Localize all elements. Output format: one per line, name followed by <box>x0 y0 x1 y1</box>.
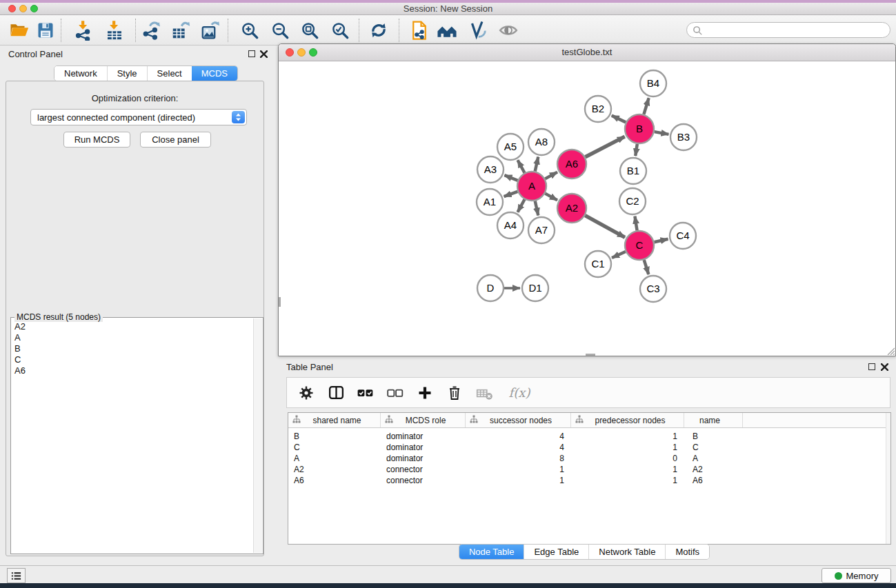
graph-node-A1[interactable]: A1 <box>477 189 503 215</box>
table-row[interactable]: Cdominator41C <box>288 442 890 453</box>
network-titlebar[interactable]: testGlobe.txt <box>279 44 895 61</box>
canvas-vscroll[interactable] <box>279 297 281 307</box>
graph-node-D1[interactable]: D1 <box>522 275 548 301</box>
first-neighbors-icon[interactable] <box>436 19 458 41</box>
mcds-result-item[interactable]: B <box>14 343 252 354</box>
column-header-successor-nodes[interactable]: successor nodes <box>466 413 571 427</box>
graph-node-B3[interactable]: B3 <box>670 124 697 150</box>
graph-node-B1[interactable]: B1 <box>620 158 646 184</box>
app-titlebar[interactable]: Session: New Session <box>0 3 896 15</box>
graph-edge-A-A2[interactable] <box>545 194 557 201</box>
tab-mcds[interactable]: MCDS <box>192 66 237 81</box>
graph-node-D[interactable]: D <box>477 275 504 301</box>
zoom-out-icon[interactable] <box>269 19 291 41</box>
column-header-MCDS-role[interactable]: MCDS role <box>381 413 466 427</box>
float-table-panel-icon[interactable] <box>868 363 875 370</box>
graph-node-A6[interactable]: A6 <box>557 150 586 179</box>
canvas-hscroll[interactable] <box>586 354 595 356</box>
graph-edge-B-B3[interactable] <box>655 132 669 134</box>
graph-node-A3[interactable]: A3 <box>477 156 504 183</box>
graph-node-A5[interactable]: A5 <box>497 134 524 160</box>
graph-edge-C-C3[interactable] <box>644 260 649 274</box>
mcds-result-item[interactable]: A6 <box>14 365 252 376</box>
graph-node-C1[interactable]: C1 <box>585 251 611 277</box>
select-all-icon[interactable] <box>356 383 375 403</box>
table-row[interactable]: A6connector11A6 <box>288 475 890 486</box>
graph-node-C3[interactable]: C3 <box>640 276 666 302</box>
table-row[interactable]: Adominator80A <box>288 453 890 464</box>
mcds-result-item[interactable]: A2 <box>14 321 252 332</box>
graph-edge-A-A6[interactable] <box>545 172 557 179</box>
graph-edge-A-A7[interactable] <box>535 201 539 216</box>
open-session-icon[interactable] <box>8 19 30 41</box>
zoom-in-icon[interactable] <box>239 19 261 41</box>
table-row[interactable]: A2connector11A2 <box>288 464 890 475</box>
float-panel-icon[interactable] <box>248 50 255 57</box>
tab-select[interactable]: Select <box>147 66 192 81</box>
graph-node-C[interactable]: C <box>625 231 654 260</box>
graph-edge-C-C1[interactable] <box>612 252 626 258</box>
import-network-icon[interactable] <box>72 19 94 41</box>
graph-node-B2[interactable]: B2 <box>585 96 611 122</box>
graph-node-A2[interactable]: A2 <box>557 194 586 223</box>
mcds-result-item[interactable]: A <box>14 332 252 343</box>
delete-column-icon[interactable] <box>445 383 464 403</box>
export-network-icon[interactable] <box>141 19 163 41</box>
criterion-select[interactable]: largest connected component (directed) <box>30 109 247 125</box>
graph-node-A8[interactable]: A8 <box>528 129 555 155</box>
zoom-selected-icon[interactable] <box>329 19 351 41</box>
graph-node-B[interactable]: B <box>625 114 654 143</box>
mcds-result-item[interactable]: C <box>14 354 252 365</box>
close-panel-icon[interactable] <box>260 50 268 58</box>
deselect-all-icon[interactable] <box>386 383 405 403</box>
graph-node-C2[interactable]: C2 <box>619 188 646 214</box>
search-input[interactable] <box>705 23 884 37</box>
tab-node-table[interactable]: Node Table <box>459 545 524 559</box>
new-network-icon[interactable] <box>408 19 430 41</box>
import-table-icon[interactable] <box>103 19 126 41</box>
column-header-predecessor-nodes[interactable]: predecessor nodes <box>571 413 684 427</box>
show-hide-icon[interactable] <box>497 19 519 41</box>
graph-node-A4[interactable]: A4 <box>497 212 524 239</box>
graph-edge-B-B2[interactable] <box>612 116 626 123</box>
save-session-icon[interactable] <box>34 19 57 41</box>
close-panel-button[interactable]: Close panel <box>140 132 211 148</box>
mcds-result-scrollbar[interactable] <box>253 318 262 553</box>
show-columns-icon[interactable] <box>326 383 346 403</box>
tab-style[interactable]: Style <box>107 66 147 81</box>
graph-edge-A-A8[interactable] <box>535 157 539 172</box>
task-history-button[interactable] <box>7 568 26 583</box>
network-graph[interactable]: B4B2BB3A8A5A6A3B1AA1C2A2A4A7C4CC1DD1C3 <box>279 61 895 356</box>
graph-node-A7[interactable]: A7 <box>528 217 555 243</box>
table-header-row[interactable]: shared nameMCDS rolesuccessor nodesprede… <box>288 413 890 428</box>
export-table-icon[interactable] <box>170 19 192 41</box>
tab-network-table[interactable]: Network Table <box>588 545 665 559</box>
graph-edge-A-A5[interactable] <box>518 160 525 172</box>
graph-edge-A6-B[interactable] <box>586 136 625 157</box>
graph-edge-C-C2[interactable] <box>635 216 637 231</box>
add-column-icon[interactable] <box>415 383 435 403</box>
graph-edge-A-A3[interactable] <box>504 175 517 181</box>
graph-edge-A-A4[interactable] <box>518 199 525 212</box>
graph-edge-B-B1[interactable] <box>635 144 637 156</box>
memory-button[interactable]: Memory <box>822 568 891 583</box>
zoom-fit-icon[interactable] <box>299 19 321 41</box>
graph-edge-C-C4[interactable] <box>655 239 668 242</box>
tab-network[interactable]: Network <box>54 66 107 81</box>
style-icon[interactable] <box>466 19 488 41</box>
graph-node-B4[interactable]: B4 <box>640 70 666 97</box>
column-header-shared-name[interactable]: shared name <box>288 413 381 427</box>
settings-gear-icon[interactable] <box>297 383 316 403</box>
graph-edge-A-A1[interactable] <box>504 192 518 196</box>
tab-edge-table[interactable]: Edge Table <box>524 545 588 559</box>
network-canvas[interactable]: B4B2BB3A8A5A6A3B1AA1C2A2A4A7C4CC1DD1C3 <box>279 61 895 356</box>
graph-node-C4[interactable]: C4 <box>670 223 696 249</box>
graph-edge-A2-C[interactable] <box>585 216 625 238</box>
close-table-panel-icon[interactable] <box>881 363 888 371</box>
resize-grip-icon[interactable] <box>886 346 895 355</box>
export-image-icon[interactable] <box>199 19 221 41</box>
refresh-icon[interactable] <box>368 19 390 41</box>
table-scrollbar[interactable] <box>886 413 890 544</box>
mcds-result-list[interactable]: A2ABCA6 <box>12 319 252 553</box>
run-mcds-button[interactable]: Run MCDS <box>63 132 130 148</box>
